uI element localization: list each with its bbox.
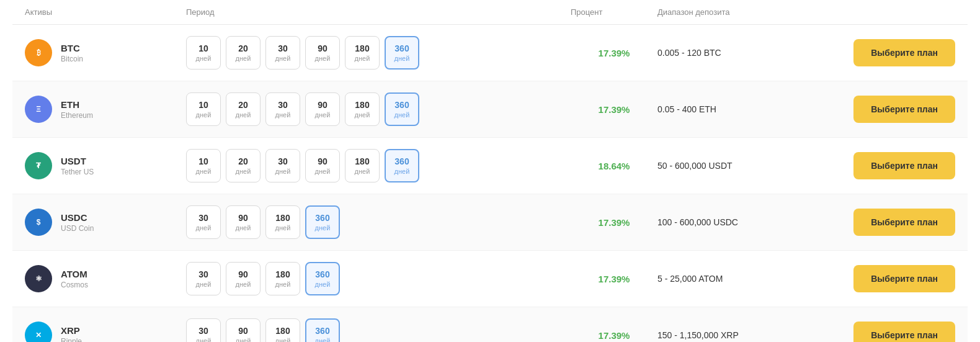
period-btn-xrp-30[interactable]: 30дней [186,318,221,342]
range-cell-eth: 0.05 - 400 ETH [657,104,831,114]
period-btn-xrp-360[interactable]: 360дней [305,318,340,342]
range-cell-usdc: 100 - 600,000 USDC [657,217,831,227]
eth-name-block: ETHEthereum [61,99,93,120]
period-btn-atom-90[interactable]: 90дней [226,262,261,295]
action-cell-eth: Выберите план [831,96,955,123]
period-num-btc-30: 30 [278,43,288,54]
eth-icon: Ξ [25,96,52,123]
eth-symbol: ETH [61,99,93,110]
header-deposit-range: Диапазон депозита [657,7,831,17]
period-num-usdt-360: 360 [394,156,409,167]
atom-fullname: Cosmos [61,281,88,289]
table-row: ₿BTCBitcoin10дней20дней30дней90дней180дн… [12,25,968,81]
asset-cell-usdc: $USDCUSD Coin [25,209,186,236]
period-label-atom-90: дней [236,280,251,289]
period-btn-xrp-180[interactable]: 180дней [265,318,300,342]
period-cell-usdc: 30дней90дней180дней360дней [186,205,571,239]
btc-name-block: BTCBitcoin [61,43,83,63]
range-cell-usdt: 50 - 600,000 USDT [657,161,831,171]
period-label-eth-30: дней [275,110,291,119]
period-label-btc-10: дней [196,54,212,63]
percent-cell-usdt: 18.64% [571,161,657,171]
usdt-symbol: USDT [61,156,94,166]
period-btn-eth-20[interactable]: 20дней [226,92,261,126]
period-label-xrp-180: дней [275,336,291,342]
period-label-eth-90: дней [315,110,331,119]
period-num-atom-360: 360 [315,269,329,280]
period-cell-usdt: 10дней20дней30дней90дней180дней360дней [186,149,571,182]
period-btn-btc-20[interactable]: 20дней [226,36,261,70]
period-btn-atom-360[interactable]: 360дней [305,262,340,295]
select-plan-btn-eth[interactable]: Выберите план [853,96,955,123]
period-btn-btc-180[interactable]: 180дней [345,36,380,70]
usdt-icon: ₮ [25,152,52,179]
period-btn-usdc-360[interactable]: 360дней [305,205,340,239]
period-num-usdc-360: 360 [315,212,329,223]
period-btn-usdc-90[interactable]: 90дней [226,205,261,239]
period-label-btc-360: дней [394,54,410,63]
period-label-atom-360: дней [315,280,331,289]
period-btn-atom-180[interactable]: 180дней [265,262,300,295]
period-num-xrp-30: 30 [198,325,208,336]
period-btn-atom-30[interactable]: 30дней [186,262,221,295]
period-btn-usdc-30[interactable]: 30дней [186,205,221,239]
period-label-usdt-20: дней [236,167,251,176]
period-num-eth-360: 360 [394,99,409,110]
action-cell-btc: Выберите план [831,39,955,66]
period-btn-btc-30[interactable]: 30дней [265,36,300,70]
period-num-usdc-180: 180 [275,212,290,223]
usdc-name-block: USDCUSD Coin [61,212,94,233]
period-btn-eth-30[interactable]: 30дней [265,92,300,126]
select-plan-btn-usdt[interactable]: Выберите план [853,152,955,179]
select-plan-btn-xrp[interactable]: Выберите план [853,322,955,342]
xrp-fullname: Ripple [61,337,82,343]
select-plan-btn-btc[interactable]: Выберите план [853,39,955,66]
btc-symbol: BTC [61,43,83,53]
action-cell-usdt: Выберите план [831,152,955,179]
period-btn-usdt-90[interactable]: 90дней [305,149,340,182]
period-btn-xrp-90[interactable]: 90дней [226,318,261,342]
period-btn-usdt-10[interactable]: 10дней [186,149,221,182]
action-cell-atom: Выберите план [831,265,955,292]
period-btn-eth-180[interactable]: 180дней [345,92,380,126]
period-cell-xrp: 30дней90дней180дней360дней [186,318,571,342]
period-btn-btc-10[interactable]: 10дней [186,36,221,70]
period-label-btc-90: дней [315,54,331,63]
period-btn-eth-10[interactable]: 10дней [186,92,221,126]
period-btn-btc-360[interactable]: 360дней [385,36,419,70]
period-label-usdt-10: дней [196,167,212,176]
period-num-xrp-180: 180 [275,325,290,336]
period-num-eth-30: 30 [278,99,288,110]
period-num-usdt-90: 90 [318,156,327,167]
period-num-btc-10: 10 [198,43,208,54]
period-num-usdc-30: 30 [198,212,208,223]
period-btn-usdt-360[interactable]: 360дней [385,149,419,182]
period-label-usdt-180: дней [355,167,370,176]
table-row: ₮USDTTether US10дней20дней30дней90дней18… [12,138,968,194]
xrp-symbol: XRP [61,325,82,336]
period-num-atom-90: 90 [238,269,248,280]
range-cell-atom: 5 - 25,000 ATOM [657,274,831,284]
header-percent: Процент [571,7,657,17]
period-cell-eth: 10дней20дней30дней90дней180дней360дней [186,92,571,126]
period-btn-eth-90[interactable]: 90дней [305,92,340,126]
period-num-usdc-90: 90 [238,212,248,223]
period-label-usdc-30: дней [196,223,212,232]
period-label-usdt-360: дней [394,167,410,176]
table-row: ✕XRPRipple30дней90дней180дней360дней17.3… [12,307,968,342]
period-num-usdt-20: 20 [238,156,248,167]
period-btn-usdt-20[interactable]: 20дней [226,149,261,182]
period-btn-usdc-180[interactable]: 180дней [265,205,300,239]
period-btn-usdt-180[interactable]: 180дней [345,149,380,182]
period-btn-eth-360[interactable]: 360дней [385,92,419,126]
period-btn-usdt-30[interactable]: 30дней [265,149,300,182]
select-plan-btn-usdc[interactable]: Выберите план [853,209,955,236]
period-btn-btc-90[interactable]: 90дней [305,36,340,70]
table-body: ₿BTCBitcoin10дней20дней30дней90дней180дн… [12,25,968,342]
percent-cell-eth: 17.39% [571,104,657,115]
select-plan-btn-atom[interactable]: Выберите план [853,265,955,292]
period-label-usdt-30: дней [275,167,291,176]
period-label-usdt-90: дней [315,167,331,176]
header-period: Период [186,7,571,17]
period-label-atom-30: дней [196,280,212,289]
